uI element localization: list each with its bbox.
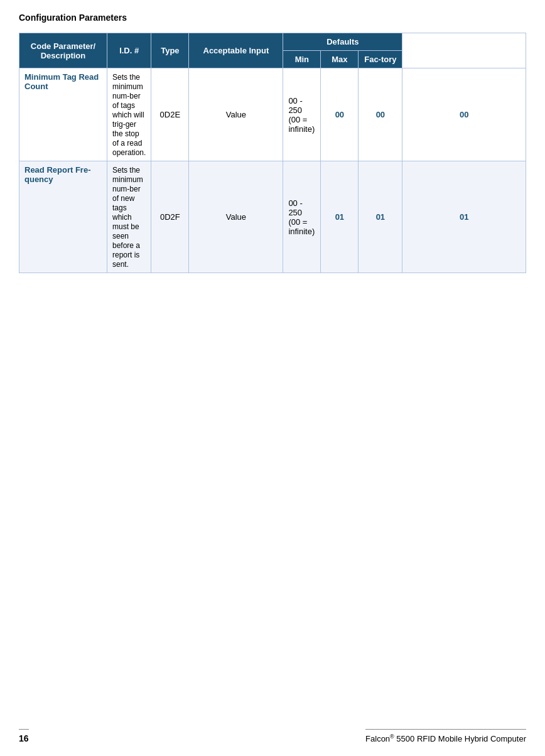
- header-id: I.D. #: [107, 33, 151, 68]
- param-name-cell: Read Report Fre-quency: [19, 161, 107, 273]
- param-factory: 01: [402, 161, 526, 273]
- configuration-table: Code Parameter/ Description I.D. # Type …: [19, 33, 526, 273]
- footer-left: 16: [19, 729, 29, 743]
- footer-right: Falcon® 5500 RFID Mobile Hybrid Computer: [365, 729, 526, 743]
- table-row: Minimum Tag Read CountSets the minimum n…: [19, 68, 526, 161]
- footer: 16 Falcon® 5500 RFID Mobile Hybrid Compu…: [0, 729, 545, 743]
- header-min: Min: [283, 51, 321, 68]
- param-min: 01: [321, 161, 359, 273]
- page-title: Configuration Parameters: [19, 13, 526, 23]
- param-description: Sets the minimum num-ber of new tags whi…: [107, 161, 151, 273]
- param-id: 0D2E: [151, 68, 189, 161]
- header-factory: Fac-tory: [359, 51, 402, 68]
- param-acceptable-input: 00 - 250(00 = infinite): [283, 68, 321, 161]
- footer-page-number: 16: [19, 733, 29, 743]
- param-id: 0D2F: [151, 161, 189, 273]
- table-row: Read Report Fre-quencySets the minimum n…: [19, 161, 526, 273]
- param-name-cell: Minimum Tag Read Count: [19, 68, 107, 161]
- header-defaults: Defaults: [283, 33, 402, 51]
- param-name: Minimum Tag Read Count: [24, 72, 99, 91]
- param-max: 01: [359, 161, 402, 273]
- header-type: Type: [151, 33, 189, 68]
- param-name: Read Report Fre-quency: [24, 165, 90, 184]
- param-factory: 00: [402, 68, 526, 161]
- page-wrapper: Configuration Parameters Code Parameter/…: [0, 0, 545, 311]
- param-type: Value: [189, 161, 283, 273]
- footer-product-name: Falcon® 5500 RFID Mobile Hybrid Computer: [365, 734, 526, 743]
- param-acceptable-input: 00 - 250(00 = infinite): [283, 161, 321, 273]
- param-min: 00: [321, 68, 359, 161]
- header-acceptable: Acceptable Input: [189, 33, 283, 68]
- param-type: Value: [189, 68, 283, 161]
- header-max: Max: [321, 51, 359, 68]
- header-code-param: Code Parameter/ Description: [19, 33, 107, 68]
- param-max: 00: [359, 68, 402, 161]
- param-description: Sets the minimum num-ber of tags which w…: [107, 68, 151, 161]
